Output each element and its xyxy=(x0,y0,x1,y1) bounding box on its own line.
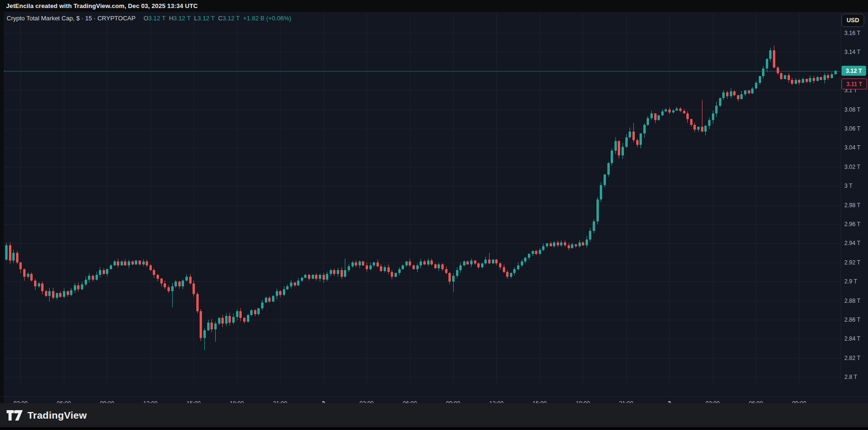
price-tick-label: 3 T xyxy=(844,183,852,189)
footer-bar: TradingView xyxy=(0,403,868,427)
last-price-badge: 3.12 T xyxy=(842,66,866,76)
price-tick-label: 3.16 T xyxy=(844,30,860,36)
price-tick-label: 2.86 T xyxy=(844,316,860,323)
close-label: C xyxy=(218,15,222,22)
price-tick-label: 2.84 T xyxy=(844,335,860,342)
price-tick-label: 2.94 T xyxy=(844,240,860,246)
grid-lines xyxy=(4,13,840,385)
down-candle-bodies xyxy=(9,50,829,338)
down-candle-wicks xyxy=(10,45,828,341)
price-tick-label: 2.98 T xyxy=(844,202,860,209)
price-tick-label: 2.82 T xyxy=(844,355,860,361)
price-tick-label: 2.92 T xyxy=(844,259,860,266)
tradingview-chart-page: JetEncila created with TradingView.com, … xyxy=(0,0,868,430)
currency-button[interactable]: USD xyxy=(842,14,864,27)
up-candle-bodies xyxy=(5,50,837,338)
last-price-line xyxy=(4,71,840,71)
price-tick-label: 3.06 T xyxy=(844,125,860,132)
high-label: H xyxy=(169,15,173,22)
bottom-letterbox xyxy=(0,427,868,430)
secondary-price-badge: 3.11 T xyxy=(842,79,867,89)
attribution-bar: JetEncila created with TradingView.com, … xyxy=(0,0,868,12)
attribution-text: JetEncila created with TradingView.com, … xyxy=(6,2,198,9)
price-tick-label: 2.96 T xyxy=(844,221,860,228)
price-tick-label: 2.8 T xyxy=(844,374,857,380)
price-tick-label: 2.9 T xyxy=(844,278,857,285)
price-tick-label: 3.08 T xyxy=(844,106,860,113)
close-value: 3.12 T xyxy=(222,15,240,22)
tradingview-logo-icon[interactable] xyxy=(7,410,23,421)
symbol-title[interactable]: Crypto Total Market Cap, $ · 15 · CRYPTO… xyxy=(7,15,135,22)
low-value: 3.12 T xyxy=(197,15,215,22)
symbol-legend[interactable]: Crypto Total Market Cap, $ · 15 · CRYPTO… xyxy=(7,15,291,22)
price-tick-label: 3.04 T xyxy=(844,144,860,151)
price-tick-label: 3.14 T xyxy=(844,49,860,55)
price-tick-label: 2.88 T xyxy=(844,298,860,304)
high-value: 3.12 T xyxy=(174,15,191,22)
price-tick-label: 3.02 T xyxy=(844,164,860,170)
change-value: +1.82 B (+0.06%) xyxy=(243,15,291,22)
open-value: 3.12 T xyxy=(149,15,166,22)
tradingview-brand-text[interactable]: TradingView xyxy=(27,410,87,421)
up-candle-wicks xyxy=(7,48,836,351)
open-label: O xyxy=(143,15,148,22)
